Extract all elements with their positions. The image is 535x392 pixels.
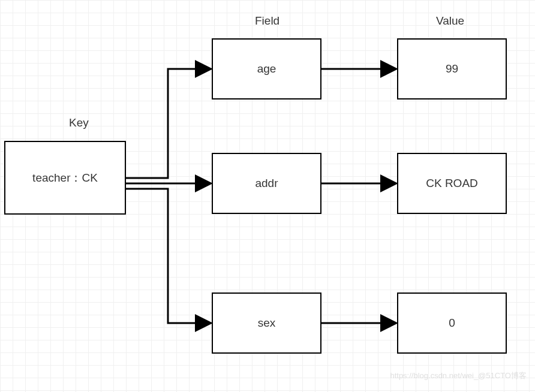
- value-box-0: 99: [397, 38, 507, 99]
- key-label: Key: [69, 116, 89, 129]
- field-box-0: age: [212, 38, 321, 99]
- value-label: Value: [436, 14, 464, 28]
- field-box-2-text: sex: [258, 316, 276, 330]
- key-box-text: teacher：CK: [32, 170, 98, 186]
- value-box-2-text: 0: [449, 316, 455, 330]
- field-box-2: sex: [212, 293, 321, 354]
- field-box-1: addr: [212, 153, 321, 214]
- watermark-text: https://blog.csdn.net/wei_@51CTO博客: [390, 370, 527, 381]
- value-box-2: 0: [397, 293, 507, 354]
- value-box-1: CK ROAD: [397, 153, 507, 214]
- field-box-0-text: age: [257, 62, 276, 76]
- value-box-1-text: CK ROAD: [426, 177, 478, 190]
- field-label: Field: [255, 14, 279, 28]
- value-box-0-text: 99: [446, 62, 458, 76]
- field-box-1-text: addr: [255, 177, 278, 190]
- key-box: teacher：CK: [4, 141, 126, 215]
